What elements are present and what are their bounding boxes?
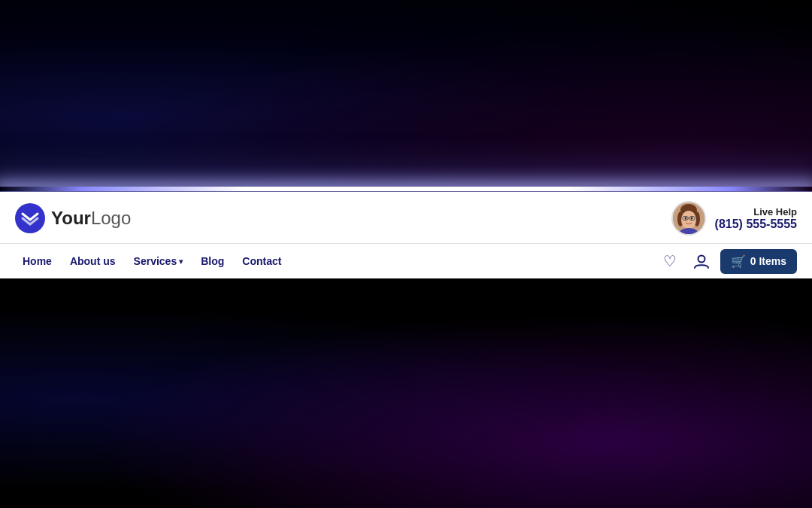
logo-light: Logo — [91, 208, 131, 228]
nav-blog[interactable]: Blog — [193, 252, 232, 270]
background-top — [0, 0, 812, 196]
live-help-phone: (815) 555-5555 — [715, 217, 797, 231]
svg-point-0 — [15, 203, 45, 233]
wishlist-button[interactable]: ♡ — [657, 248, 683, 274]
live-help-text: Live Help (815) 555-5555 — [715, 206, 797, 231]
nav-contact[interactable]: Contact — [235, 252, 289, 270]
cart-icon: 🛒 — [731, 254, 746, 269]
cart-label: 0 Items — [750, 255, 786, 267]
heart-icon: ♡ — [663, 252, 677, 270]
svg-point-6 — [684, 217, 686, 220]
nav-actions: ♡ 🛒 0 Items — [657, 248, 797, 274]
nav-services[interactable]: Services ▾ — [126, 252, 191, 270]
logo-icon — [15, 203, 45, 233]
header-top: YourLogo — [0, 192, 812, 244]
user-icon — [693, 253, 710, 269]
nav-about[interactable]: About us — [62, 252, 123, 270]
avatar — [671, 201, 706, 236]
chevron-down-icon: ▾ — [179, 257, 183, 266]
cart-button[interactable]: 🛒 0 Items — [720, 249, 797, 274]
nav-bar: Home About us Services ▾ Blog Contact ♡ — [0, 244, 812, 278]
logo-bold: Your — [51, 208, 91, 228]
logo-area: YourLogo — [15, 203, 131, 233]
header: YourLogo — [0, 192, 812, 278]
svg-point-12 — [698, 256, 704, 263]
live-help-area: Live Help (815) 555-5555 — [671, 201, 797, 236]
svg-point-7 — [690, 217, 692, 220]
logo-text: YourLogo — [51, 208, 131, 229]
account-button[interactable] — [689, 248, 714, 274]
nav-home[interactable]: Home — [15, 252, 59, 270]
live-help-label: Live Help — [715, 206, 797, 217]
background-bottom — [0, 290, 812, 508]
glow-line — [0, 187, 812, 191]
nav-links: Home About us Services ▾ Blog Contact — [15, 252, 289, 270]
